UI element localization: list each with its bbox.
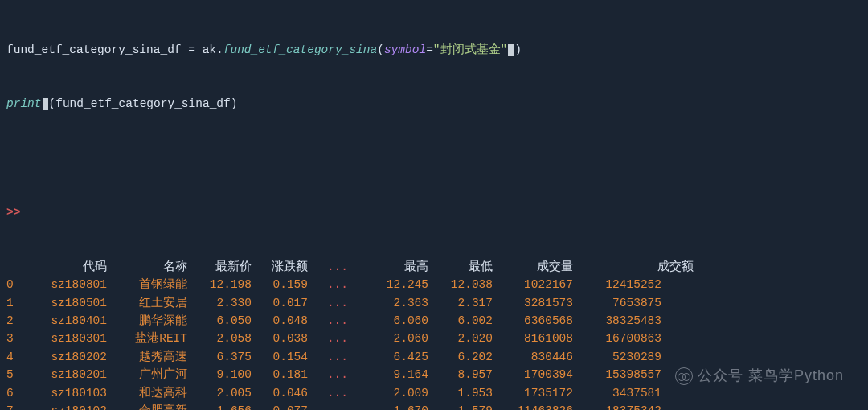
prompt-line: >> [6,203,862,221]
table-cell: 12.198 [187,276,252,293]
table-cell: 0.046 [252,384,308,402]
table-cell: sz180102 [31,402,107,410]
table-cell: 4 [6,348,31,366]
print-call: print [6,97,42,110]
table-cell: ... [308,276,348,293]
table-cell: 0.154 [252,348,308,366]
table-cell: 0.017 [252,294,308,312]
table-row: 3sz180301盐港REIT2.0580.038...2.0602.02081… [6,330,862,347]
table-cell: 12415252 [573,276,661,293]
table-cell: 最高 [364,258,428,276]
table-cell: ... [308,312,348,330]
table-cell: 盐港REIT [107,330,187,347]
table-cell: 成交量 [493,258,573,276]
table-cell: 代码 [31,258,107,276]
table-cell: 广州广河 [107,366,187,383]
table-cell: 1022167 [493,276,573,293]
code-line-2: print(fund_etf_category_sina_df) [6,95,862,113]
table-cell: 2.317 [428,294,493,312]
table-cell: 涨跌额 [252,258,308,276]
table-cell: sz180401 [31,312,107,330]
function-call: fund_etf_category_sina [223,43,377,56]
table-cell: 16700863 [573,330,661,347]
table-cell: 6.060 [364,312,428,330]
table-cell: 12.038 [428,276,493,293]
table-cell: 15398557 [573,366,661,383]
table-cell: 最新价 [187,258,252,276]
table-cell: 3 [6,330,31,347]
table-cell: 7 [6,402,31,410]
variable-name: fund_etf_category_sina_df [6,43,182,56]
blank-line [6,150,862,167]
repl-prompt: >> [6,206,20,219]
table-row: 0sz180801首钢绿能12.1980.159...12.24512.0381… [6,276,862,293]
table-cell: 6.425 [364,348,428,366]
table-cell: 7653875 [573,294,661,312]
table-cell: 0.159 [252,276,308,293]
string-literal: "封闭式基金" [433,43,507,56]
table-cell: sz180501 [31,294,107,312]
table-cell: 2.060 [364,330,428,347]
table-cell: 8161008 [493,330,573,347]
table-row: 2sz180401鹏华深能6.0500.048...6.0606.0026360… [6,312,862,330]
table-cell: 2.363 [364,294,428,312]
table-row: 1sz180501红土安居2.3300.017...2.3632.3173281… [6,294,862,312]
table-cell: 1.953 [428,384,493,402]
table-cell: sz180103 [31,384,107,402]
table-cell: 2 [6,312,31,330]
table-cell: 9.100 [187,366,252,383]
table-cell: ... [308,294,348,312]
table-cell: 最低 [428,258,493,276]
table-cell: 合肥高新 [107,402,187,410]
table-cell: 1.670 [364,402,428,410]
table-cell: 11463826 [493,402,573,410]
table-cell: ... [308,258,348,276]
table-cell: 1.656 [187,402,252,410]
table-cell: 0.038 [252,330,308,347]
table-cell: 8.957 [428,366,493,383]
table-cell: 越秀高速 [107,348,187,366]
table-cell: sz180201 [31,366,107,383]
table-cell: 2.020 [428,330,493,347]
table-cell: 3437581 [573,384,661,402]
dataframe-output: 代码名称最新价涨跌额...最高最低成交量成交额0sz180801首钢绿能12.1… [6,258,862,410]
table-cell: 6.002 [428,312,493,330]
table-cell: 首钢绿能 [107,276,187,293]
table-cell: 1700394 [493,366,573,383]
table-row: 7sz180102合肥高新1.6560.077...1.6701.5791146… [6,402,862,410]
table-cell: 2.058 [187,330,252,347]
terminal-output: fund_etf_category_sina_df = ak.fund_etf_… [0,0,868,410]
table-row: 4sz180202越秀高速6.3750.154...6.4256.2028304… [6,348,862,366]
table-cell: 6.375 [187,348,252,366]
table-cell: 9.164 [364,366,428,383]
table-cell: ... [308,366,348,383]
table-cell: ... [308,402,348,410]
text-cursor [43,98,48,110]
table-cell: 2.330 [187,294,252,312]
table-cell: sz180301 [31,330,107,347]
table-header-row: 代码名称最新价涨跌额...最高最低成交量成交额 [6,258,862,276]
table-cell: ... [308,348,348,366]
table-cell: sz180202 [31,348,107,366]
table-cell: 0 [6,276,31,293]
table-cell: 0.048 [252,312,308,330]
code-line-1: fund_etf_category_sina_df = ak.fund_etf_… [6,41,862,59]
table-cell: 和达高科 [107,384,187,402]
table-cell: 1 [6,294,31,312]
table-cell: ... [308,384,348,402]
text-cursor [508,44,514,56]
table-cell: sz180801 [31,276,107,293]
table-cell: 12.245 [364,276,428,293]
table-cell: 6.050 [187,312,252,330]
table-cell: 6 [6,384,31,402]
table-row: 5sz180201广州广河9.1000.181...9.1648.9571700… [6,366,862,383]
table-cell: 0.077 [252,402,308,410]
table-cell: 成交额 [573,258,694,276]
table-cell: 1735172 [493,384,573,402]
table-cell: 2.005 [187,384,252,402]
table-cell: 6.202 [428,348,493,366]
table-cell: 18375342 [573,402,661,410]
table-cell: 38325483 [573,312,661,330]
table-cell: 红土安居 [107,294,187,312]
table-cell: ... [308,330,348,347]
